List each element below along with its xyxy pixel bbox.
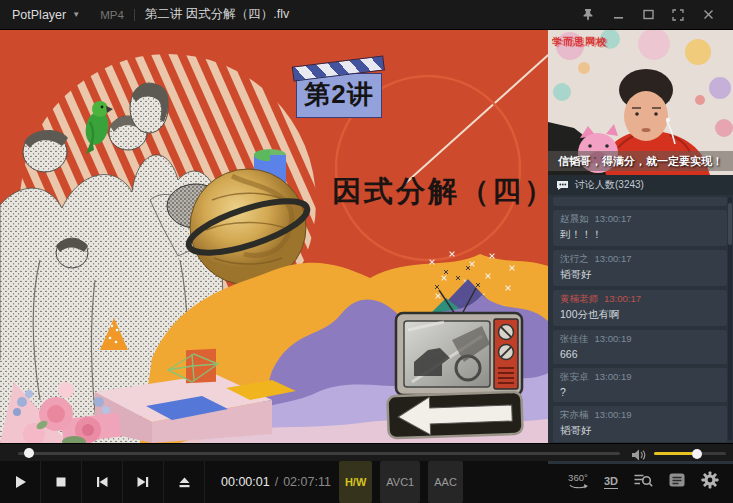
chat-timestamp: 13:00:19 [595, 333, 632, 344]
app-menu-button[interactable]: PotPlayer ▼ [12, 8, 80, 22]
gear-icon [701, 471, 719, 489]
fullscreen-button[interactable] [663, 2, 693, 28]
chat-bubble-icon [556, 180, 569, 191]
arrow-sign [387, 392, 522, 439]
video-codec-badge: AVC1 [380, 461, 420, 503]
subtitle-bar: 信韬哥，得满分，就一定要实现！ [548, 151, 733, 171]
list-search-icon [633, 472, 653, 488]
chat-username: 黄楠老师 [560, 293, 598, 304]
chat-message: 沈行之13:00:17 韬哥好 [553, 250, 727, 286]
chat-username: 赵晨如 [560, 213, 589, 224]
chat-text: 韬哥好 [560, 424, 720, 438]
chat-timestamp: 13:00:17 [604, 293, 641, 304]
window-controls [573, 2, 723, 28]
eject-button[interactable] [164, 461, 205, 503]
chat-message: 张安卓13:00:19 ? [553, 368, 727, 402]
skip-forward-icon [135, 475, 151, 489]
window-title: 第二讲 因式分解（四）.flv [145, 6, 289, 23]
webcam-view: 学而思网校 信韬哥，得满分，就一定要实现！ [548, 30, 733, 175]
lecture-number: 第2讲 [296, 73, 382, 118]
skip-back-icon [94, 475, 110, 489]
content-row: 第2讲 因式分解（四） [0, 30, 733, 443]
control-bar: 00:00:01 / 02:07:11 H/W AVC1 AAC 360° 3D [0, 461, 733, 503]
chat-username: 张佳佳 [560, 333, 589, 344]
chat-message-teacher: 黄楠老师13:00:17 100分也有啊 [553, 290, 727, 326]
play-button[interactable] [0, 461, 41, 503]
side-panel: 学而思网校 信韬哥，得满分，就一定要实现！ 讨论人数(3243) [548, 30, 733, 443]
chat-timestamp: 13:00:19 [595, 371, 632, 382]
next-button[interactable] [123, 461, 164, 503]
vr-360-label: 360° [568, 473, 588, 483]
pin-icon [582, 8, 594, 21]
rotate-arrow-icon [567, 483, 589, 491]
chat-participants-label: 讨论人数(3243) [575, 178, 644, 192]
format-badge: MP4 [100, 9, 124, 21]
volume-knob[interactable] [692, 449, 702, 459]
seek-row [0, 443, 733, 461]
seek-knob[interactable] [24, 448, 34, 458]
lecture-title: 因式分解（四） [332, 172, 548, 212]
eject-icon [177, 475, 192, 489]
chat-text: ? [560, 386, 720, 398]
video-display[interactable]: 第2讲 因式分解（四） [0, 30, 548, 443]
chat-panel: 讨论人数(3243) 赵晨如13:00:17 到！！！ 沈行之13:00:17 … [548, 175, 733, 464]
stop-icon [54, 475, 68, 489]
chat-header: 讨论人数(3243) [548, 175, 733, 195]
total-duration: 02:07:11 [283, 475, 331, 489]
chat-text: 666 [560, 348, 720, 360]
chat-scrollbar[interactable] [728, 197, 732, 440]
chat-text: 韬哥好 [560, 268, 720, 282]
title-bar: PotPlayer ▼ MP4 第二讲 因式分解（四）.flv [0, 0, 733, 30]
chat-message-list: 赵晨如13:00:17 到！！！ 沈行之13:00:17 韬哥好 黄楠老师13:… [548, 195, 733, 442]
pin-button[interactable] [573, 2, 603, 28]
previous-button[interactable] [82, 461, 123, 503]
maximize-icon [643, 9, 654, 20]
chat-timestamp: 13:00:17 [595, 213, 632, 224]
seek-bar[interactable] [18, 452, 620, 455]
vr-360-button[interactable]: 360° [567, 473, 589, 491]
volume-fill [654, 452, 696, 455]
chat-scrollbar-thumb[interactable] [728, 203, 732, 245]
expand-icon [672, 9, 684, 21]
titlebar-divider [134, 9, 135, 21]
playlist-panel-button[interactable] [668, 472, 686, 492]
hw-decoder-badge[interactable]: H/W [339, 461, 372, 503]
chat-message-clipped [553, 197, 727, 206]
chat-username: 张安卓 [560, 371, 589, 382]
chat-timestamp: 13:00:19 [595, 409, 632, 420]
panel-icon [668, 472, 686, 488]
minimize-icon [613, 9, 624, 20]
chevron-down-icon: ▼ [72, 10, 80, 19]
audio-codec-badge: AAC [428, 461, 463, 503]
chat-message: 赵晨如13:00:17 到！！！ [553, 210, 727, 246]
chat-username: 沈行之 [560, 253, 589, 264]
right-icon-group: 360° 3D [567, 461, 733, 503]
chat-message: 宋亦楠13:00:19 韬哥好 [553, 406, 727, 442]
3d-mode-button[interactable]: 3D [604, 475, 618, 489]
chat-text: 到！！！ [560, 228, 720, 242]
volume-icon[interactable] [631, 447, 647, 465]
playlist-search-button[interactable] [633, 472, 653, 492]
chat-timestamp: 13:00:17 [595, 253, 632, 264]
chat-text: 100分也有啊 [560, 308, 720, 322]
channel-watermark: 学而思网校 [552, 35, 607, 49]
close-button[interactable] [693, 2, 723, 28]
settings-button[interactable] [701, 471, 719, 493]
subtitle-text: 信韬哥，得满分，就一定要实现！ [558, 154, 723, 169]
minimize-button[interactable] [603, 2, 633, 28]
play-icon [13, 474, 28, 490]
stop-button[interactable] [41, 461, 82, 503]
lecture-badge: 第2讲 [296, 58, 382, 118]
current-time: 00:00:01 [221, 475, 270, 489]
chat-username: 宋亦楠 [560, 409, 589, 420]
app-name: PotPlayer [12, 8, 66, 22]
potplayer-window: PotPlayer ▼ MP4 第二讲 因式分解（四）.flv [0, 0, 733, 503]
poster-artwork [0, 30, 548, 443]
time-separator: / [275, 475, 278, 489]
volume-slider[interactable] [654, 452, 726, 455]
chat-message: 张佳佳13:00:19 666 [553, 330, 727, 364]
time-display: 00:00:01 / 02:07:11 [221, 461, 331, 503]
maximize-button[interactable] [633, 2, 663, 28]
close-icon [703, 9, 714, 20]
